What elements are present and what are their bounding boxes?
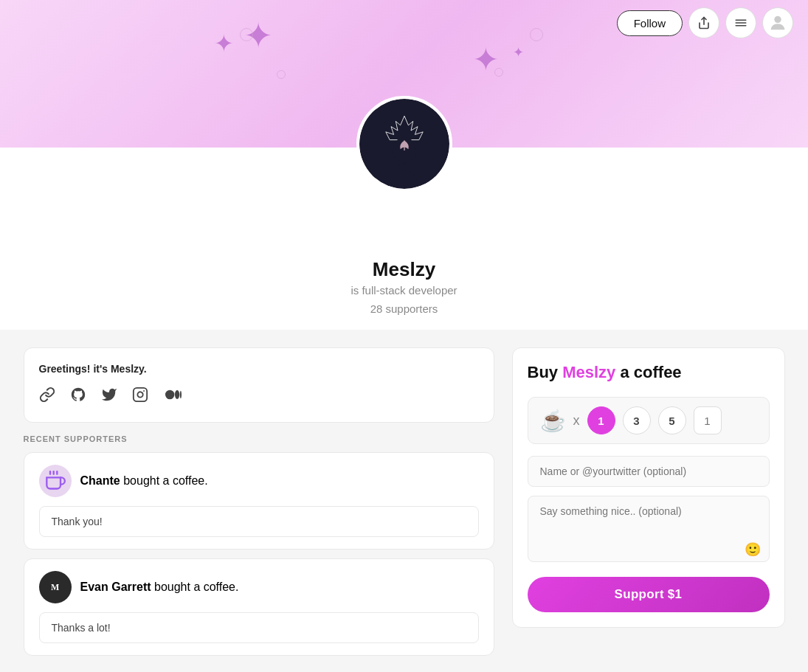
supporter-bought-1: bought a coffee. [120,474,208,487]
supporter-header-1: Chante bought a coffee. [39,465,479,497]
buy-title-name: Meslzy [562,363,615,381]
link-icon[interactable] [39,387,55,407]
qty-button-5[interactable]: 5 [658,406,686,434]
coffee-emoji: ☕ [540,409,566,433]
supporter-bought-2: bought a coffee. [151,581,239,593]
profile-tagline: is full-stack developer [351,284,457,297]
supporter-action-1: Chante bought a coffee. [80,474,208,488]
profile-avatar [356,96,452,192]
name-input[interactable] [528,456,770,487]
follow-button[interactable]: Follow [617,10,683,36]
supporter-avatar-2: M [39,571,72,603]
circle-deco-3 [530,28,543,41]
user-avatar-nav[interactable] [762,7,793,38]
instagram-icon[interactable] [132,387,148,407]
share-icon [697,16,711,30]
buy-title-start: Buy [528,363,563,381]
navbar: Follow [617,7,793,38]
about-card: Greetings! it's Meslzy. [24,347,494,423]
supporter-message-1: Thank you! [39,506,479,537]
qty-button-1[interactable]: 1 [587,406,615,434]
greeting-text: Greetings! it's Meslzy. [39,363,479,375]
github-icon[interactable] [70,387,86,407]
share-button[interactable] [688,7,719,38]
avatar-inner [359,99,449,189]
qty-button-3[interactable]: 3 [623,406,651,434]
medium-icon[interactable] [163,387,184,407]
section-title: RECENT SUPPORTERS [24,434,494,443]
supporter-avatar-label-2: M [51,582,59,593]
profile-image [371,111,438,177]
right-column: Buy Meslzy a coffee ☕ x 1 3 5 🙂 Support … [512,347,785,665]
profile-name: Meslzy [373,258,435,281]
coffee-row: ☕ x 1 3 5 [528,397,770,444]
supporter-name-2: Evan Garrett [80,581,151,593]
supporter-name-1: Chante [80,474,120,487]
support-button[interactable]: Support $1 [528,577,770,612]
svg-point-4 [774,16,781,23]
buy-coffee-title: Buy Meslzy a coffee [528,363,770,382]
supporter-card-1: Chante bought a coffee. Thank you! [24,452,494,550]
supporter-message-text-2: Thanks a lot! [52,622,111,634]
circle-deco-4 [494,68,503,77]
twitter-icon[interactable] [101,387,117,407]
supporter-message-2: Thanks a lot! [39,612,479,643]
multiplier-symbol: x [573,413,580,429]
buy-title-end: a coffee [615,363,681,381]
circle-deco-1 [240,28,253,41]
svg-marker-5 [385,116,422,139]
hamburger-icon [734,16,747,30]
supporter-card-2: M Evan Garrett bought a coffee. Thanks a… [24,558,494,656]
sparkle-icon-3: ✦ [472,41,500,78]
supporter-avatar-1 [39,465,72,497]
profile-supporters: 28 supporters [370,302,438,315]
supporter-message-text-1: Thank you! [52,516,103,527]
svg-rect-9 [133,388,146,401]
user-icon [767,13,788,33]
social-icons [39,387,479,407]
menu-button[interactable] [725,7,756,38]
message-area-wrapper: 🙂 [528,496,770,565]
main-content: Greetings! it's Meslzy. [6,330,803,672]
coffee-cup-icon [45,471,66,491]
message-input[interactable] [528,496,770,562]
supporter-header-2: M Evan Garrett bought a coffee. [39,571,479,603]
banner: ✦ ✦ ✦ ✦ Follow [0,0,808,148]
qty-custom-input[interactable] [694,406,722,434]
buy-coffee-card: Buy Meslzy a coffee ☕ x 1 3 5 🙂 Support … [512,347,785,628]
sparkle-icon-2: ✦ [244,15,273,56]
sparkle-icon-1: ✦ [214,30,234,58]
supporter-action-2: Evan Garrett bought a coffee. [80,581,239,594]
recent-supporters-section: RECENT SUPPORTERS [24,434,494,656]
left-column: Greetings! it's Meslzy. [24,347,494,665]
emoji-button[interactable]: 🙂 [745,541,761,558]
sparkle-icon-4: ✦ [513,44,524,60]
circle-deco-2 [277,70,286,79]
